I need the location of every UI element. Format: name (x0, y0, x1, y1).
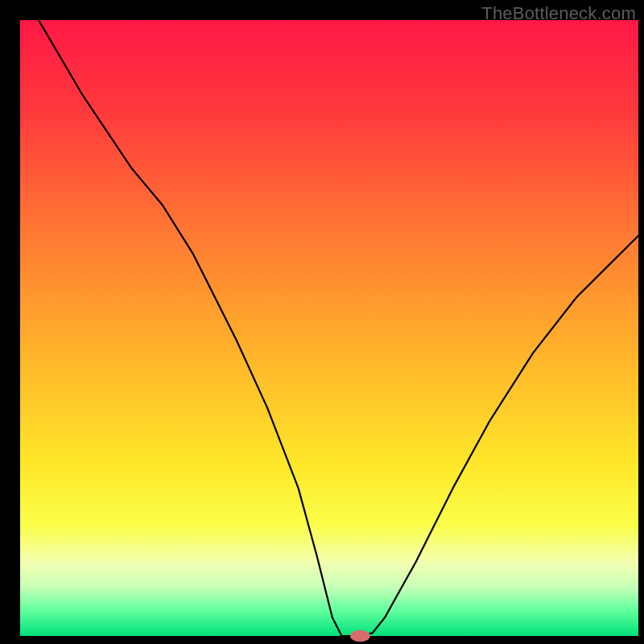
chart-container: TheBottleneck.com (0, 0, 644, 644)
optimal-marker (350, 630, 370, 642)
bottleneck-chart (0, 0, 644, 644)
plot-background (20, 20, 638, 636)
watermark-label: TheBottleneck.com (481, 3, 636, 24)
